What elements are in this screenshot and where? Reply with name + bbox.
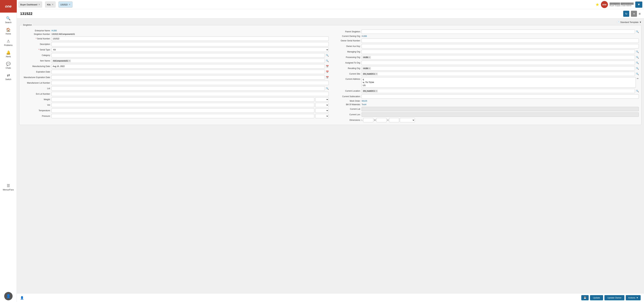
close-button[interactable]: ✕ — [631, 11, 637, 17]
current-site-tag-input[interactable]: EN_Hub6DC1 ✕ — [362, 72, 635, 76]
current-site-tag-remove[interactable]: ✕ — [376, 73, 377, 75]
tab-close-131522[interactable]: ✕ — [68, 3, 70, 6]
user-avatar-sidebar[interactable]: 👤 — [4, 292, 12, 300]
tab-buyer-dashboard[interactable]: Buyer Dashboard ✕ — [18, 1, 42, 7]
mfr-lot-input[interactable] — [52, 81, 329, 85]
ext-lot-input[interactable] — [52, 92, 329, 96]
description-input[interactable] — [52, 42, 329, 46]
app-logo[interactable]: one — [0, 0, 17, 12]
item-name-search-icon[interactable]: 🔍 — [326, 59, 329, 62]
update-button[interactable]: Update — [590, 295, 603, 300]
assigned-to-org-input[interactable] — [362, 61, 635, 65]
category-row: Category: 🔍 — [22, 53, 329, 57]
lot-input[interactable] — [52, 86, 325, 91]
parent-singleton-input[interactable] — [362, 29, 635, 34]
mfg-date-input[interactable] — [52, 64, 325, 68]
actions-button[interactable]: Actions ▼ — [626, 295, 641, 300]
exp-date-calendar-icon[interactable]: 📅 — [326, 71, 329, 73]
possessing-org-tag-remove[interactable]: ✕ — [368, 56, 370, 58]
tab-131522[interactable]: 131522 ✕ — [58, 1, 72, 7]
user-dropdown-button[interactable]: ▼ — [635, 1, 642, 8]
mfg-date-calendar-icon[interactable]: 📅 — [326, 65, 329, 68]
recalling-org-row: Recalling Org: HUB6 ✕ 🔍 — [332, 66, 639, 71]
owner-serial-input[interactable] — [362, 38, 639, 43]
weight-unit-select[interactable] — [315, 97, 329, 102]
tab-close-buyer-dashboard[interactable]: ✕ — [38, 3, 40, 6]
assigned-to-org-search-icon[interactable]: 🔍 — [636, 61, 639, 64]
managing-org-search-icon[interactable]: 🔍 — [636, 50, 639, 53]
managing-org-input[interactable] — [362, 50, 635, 54]
sidebar-item-problems[interactable]: ⚠ Problems — [0, 37, 16, 48]
serial-type-select[interactable]: Kit — [52, 48, 329, 52]
tab-close-kits[interactable]: ✕ — [52, 3, 54, 6]
vol-unit-select[interactable] — [315, 103, 329, 107]
dim-h-input[interactable] — [389, 118, 399, 122]
bill-of-materials-value[interactable]: Test4 — [362, 103, 366, 106]
recalling-org-search-icon[interactable]: 🔍 — [636, 67, 639, 70]
current-site-search-icon[interactable]: 🔍 — [636, 73, 639, 75]
temp-unit-select[interactable] — [315, 108, 329, 113]
sidebar-item-home[interactable]: 🏠 Home — [0, 26, 16, 37]
current-lat-input[interactable] — [362, 107, 639, 111]
possessing-org-tag-input[interactable]: HUB6 ✕ — [362, 55, 635, 59]
dim-unit-select[interactable] — [400, 118, 415, 122]
hamburger-menu[interactable]: ≡ — [639, 12, 641, 16]
exp-date-input[interactable] — [52, 70, 325, 74]
mfr-exp-date-input[interactable] — [52, 75, 325, 80]
star-badge[interactable]: ★ ! — [595, 2, 599, 7]
current-site-label: Current Site: — [332, 73, 360, 75]
possessing-org-search-icon[interactable]: 🔍 — [636, 56, 639, 59]
bottom-person-icon[interactable]: 👤 — [20, 296, 24, 300]
weight-input[interactable] — [52, 97, 314, 102]
template-selector[interactable]: 📄 Standard Template ▼ — [617, 21, 642, 23]
current-sublocation-input[interactable] — [362, 94, 639, 99]
sidebar-item-chats[interactable]: 💬 Chats — [0, 60, 16, 71]
serial-number-input[interactable] — [52, 36, 329, 41]
dim-l-input[interactable] — [363, 118, 373, 122]
address-line2: w, TN 75244 — [363, 81, 634, 84]
pressure-unit-select[interactable] — [315, 114, 329, 118]
save-button[interactable]: 💾 — [581, 295, 589, 300]
serial-number-label: * Serial Number: — [22, 37, 50, 40]
sidebar-item-switch[interactable]: ⇄ Switch — [0, 71, 16, 83]
tab-kits[interactable]: Kits ✕ — [45, 1, 56, 7]
mfr-lot-row: Manufacturer Lot Number: — [22, 81, 329, 85]
sidebar-item-alerts[interactable]: 🔔 Alerts — [0, 48, 16, 60]
sidebar-item-menus[interactable]: ☰ Menus/Favs — [0, 181, 16, 193]
user-avatar[interactable]: one — [601, 1, 608, 8]
singleton-number-value: 131522.KitComponentsS1 — [52, 33, 75, 35]
owner-aux-input[interactable] — [362, 44, 639, 48]
current-lon-input[interactable] — [362, 112, 639, 117]
vol-input[interactable] — [52, 103, 314, 107]
category-label: Category: — [22, 54, 50, 56]
category-search-icon[interactable]: 🔍 — [326, 54, 329, 57]
lot-search-icon[interactable]: 🔍 — [326, 87, 329, 90]
item-name-tag-remove[interactable]: ✕ — [68, 60, 70, 62]
item-name-tag: KitComponentsS1 ✕ — [52, 60, 71, 62]
item-name-tag-input[interactable]: KitComponentsS1 ✕ — [52, 59, 325, 63]
update-owner-button[interactable]: Update Owner — [604, 295, 624, 300]
sidebar-item-search[interactable]: 🔍 Search — [0, 14, 16, 26]
recalling-org-tag-input[interactable]: HUB6 ✕ — [362, 66, 635, 71]
form-grid: Enterprise Name: HUB6 Singleton Number: … — [22, 29, 639, 122]
owner-aux-row: Owner Aux Key: — [332, 44, 639, 48]
template-label: Standard Template — [620, 21, 638, 23]
current-owning-org-value[interactable]: HUB6 — [362, 35, 367, 37]
sidebar-item-label: Chats — [6, 67, 11, 69]
current-location-tag-remove[interactable]: ✕ — [376, 90, 377, 92]
enterprise-name-value[interactable]: HUB6 — [52, 29, 57, 32]
dim-w-input[interactable] — [376, 118, 386, 122]
current-owning-org-row: Current Owning Org: HUB6 — [332, 35, 639, 37]
parent-singleton-search-icon[interactable]: 🔍 — [636, 30, 639, 33]
recalling-org-tag-remove[interactable]: ✕ — [368, 67, 370, 70]
refresh-button[interactable]: ↻ — [623, 11, 629, 17]
current-location-tag-input[interactable]: EN_Hub6DC1 ✕ — [362, 89, 635, 93]
category-input[interactable] — [52, 53, 325, 57]
current-address-edit-icon[interactable]: ✏ — [637, 77, 639, 80]
temp-input[interactable] — [52, 108, 314, 113]
current-location-search-icon[interactable]: 🔍 — [636, 90, 639, 92]
work-order-value[interactable]: 99105 — [362, 100, 367, 102]
pressure-input[interactable] — [52, 114, 314, 118]
mfr-exp-date-calendar-icon[interactable]: 📅 — [326, 76, 329, 79]
enterprise-name-label: Enterprise Name: — [22, 29, 50, 32]
